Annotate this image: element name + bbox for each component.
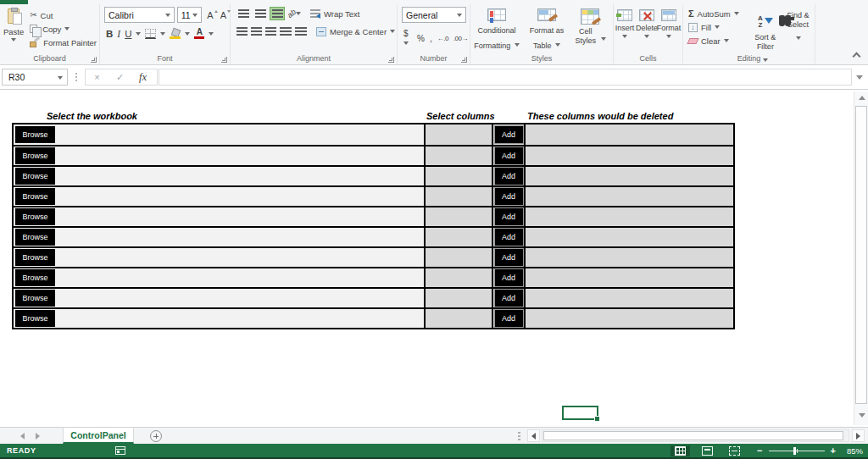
browse-button[interactable]: Browse — [15, 168, 55, 185]
formula-bar-resize-handle[interactable] — [75, 73, 77, 83]
scroll-down-button[interactable] — [855, 409, 868, 422]
number-format-select[interactable]: General — [402, 7, 466, 23]
scroll-right-button[interactable] — [852, 429, 865, 442]
add-button[interactable]: Add — [495, 208, 523, 225]
cut-button[interactable]: ✂ Cut — [27, 8, 99, 22]
next-sheet-button[interactable] — [36, 433, 40, 440]
merge-center-button[interactable]: Merge & Center — [316, 27, 395, 36]
format-cells-button[interactable]: Format — [658, 6, 680, 52]
browse-button[interactable]: Browse — [15, 229, 55, 246]
increase-decimal-button[interactable]: ←.0 — [437, 35, 448, 42]
font-dialog-launcher-icon[interactable] — [221, 57, 227, 63]
active-cell[interactable] — [562, 406, 598, 420]
add-button[interactable]: Add — [495, 229, 523, 246]
align-center-button[interactable] — [250, 25, 263, 38]
name-box-dropdown-arrow-icon[interactable] — [58, 76, 63, 80]
font-name-select[interactable]: Calibri — [104, 7, 175, 23]
tab-controlpanel[interactable]: ControlPanel — [63, 428, 134, 444]
fill-button[interactable]: ↓ Fill — [688, 22, 749, 32]
fill-color-button[interactable] — [170, 29, 181, 39]
fill-color-dropdown-arrow-icon[interactable] — [185, 32, 190, 36]
worksheet[interactable]: Select the workbook Select columns These… — [0, 91, 868, 427]
underline-dropdown-arrow-icon[interactable] — [136, 32, 141, 36]
scroll-left-button[interactable] — [527, 429, 540, 442]
add-button[interactable]: Add — [495, 269, 523, 286]
browse-button[interactable]: Browse — [15, 290, 55, 307]
previous-sheet-button[interactable] — [20, 433, 25, 440]
zoom-slider[interactable] — [769, 451, 825, 451]
browse-button[interactable]: Browse — [15, 147, 55, 164]
browse-button[interactable]: Browse — [15, 249, 55, 266]
add-button[interactable]: Add — [495, 249, 523, 266]
align-left-button[interactable] — [236, 25, 248, 38]
font-color-button[interactable]: A — [194, 28, 204, 39]
borders-dropdown-arrow-icon[interactable] — [160, 32, 165, 36]
align-top-button[interactable] — [236, 7, 251, 20]
clear-button[interactable]: Clear — [688, 36, 749, 46]
sort-filter-button[interactable]: AZ Sort & Filter — [749, 6, 782, 52]
add-button[interactable]: Add — [495, 168, 523, 185]
shrink-font-button[interactable]: A — [218, 10, 228, 20]
add-button[interactable]: Add — [495, 290, 523, 307]
zoom-slider-thumb[interactable] — [793, 447, 796, 455]
page-layout-view-button[interactable] — [698, 445, 717, 456]
grow-font-button[interactable]: A — [204, 10, 214, 20]
zoom-in-button[interactable]: + — [831, 446, 836, 456]
tab-scroll-splitter[interactable] — [518, 432, 520, 441]
accounting-format-button[interactable]: $ — [403, 29, 412, 47]
vertical-scrollbar[interactable] — [854, 91, 868, 425]
comma-style-button[interactable]: , — [430, 34, 432, 43]
zoom-out-button[interactable]: − — [757, 446, 762, 456]
percent-style-button[interactable]: % — [417, 34, 425, 43]
orientation-button[interactable]: ab — [287, 7, 302, 20]
delete-cells-button[interactable]: Delete — [636, 6, 658, 52]
add-button[interactable]: Add — [495, 188, 523, 205]
browse-button[interactable]: Browse — [15, 188, 55, 205]
collapse-ribbon-icon[interactable] — [853, 53, 861, 61]
page-break-view-button[interactable] — [725, 445, 744, 456]
format-painter-button[interactable]: Format Painter — [27, 36, 99, 49]
normal-view-button[interactable] — [670, 445, 690, 456]
horizontal-scrollbar-thumb[interactable] — [543, 431, 843, 440]
insert-cells-button[interactable]: Insert — [614, 6, 636, 52]
macro-record-icon[interactable] — [115, 446, 125, 455]
bold-button[interactable]: B — [106, 29, 113, 39]
borders-button[interactable] — [145, 29, 156, 39]
new-sheet-button[interactable] — [150, 430, 162, 442]
clipboard-dialog-launcher-icon[interactable] — [91, 57, 97, 63]
format-as-table-button[interactable]: Format as Table — [523, 6, 570, 52]
browse-button[interactable]: Browse — [15, 126, 55, 143]
autosum-button[interactable]: Σ AutoSum — [688, 8, 749, 19]
italic-button[interactable]: I — [117, 29, 120, 39]
align-bottom-button[interactable] — [270, 7, 285, 20]
decrease-decimal-button[interactable]: .00→ — [453, 35, 468, 42]
browse-button[interactable]: Browse — [15, 208, 55, 225]
alignment-dialog-launcher-icon[interactable] — [388, 57, 394, 63]
zoom-level[interactable]: 85% — [847, 446, 863, 456]
vertical-scrollbar-thumb[interactable] — [855, 106, 867, 404]
add-button[interactable]: Add — [495, 310, 523, 327]
align-middle-button[interactable] — [253, 7, 268, 20]
expand-formula-bar-icon[interactable] — [856, 75, 863, 80]
find-select-button[interactable]: Find & Select — [782, 6, 815, 52]
font-color-dropdown-arrow-icon[interactable] — [209, 32, 214, 36]
paste-button[interactable]: Paste — [0, 6, 27, 52]
enter-button[interactable]: ✓ — [108, 72, 131, 83]
copy-button[interactable]: Copy — [27, 22, 99, 36]
insert-function-button[interactable]: fx — [131, 71, 154, 84]
browse-button[interactable]: Browse — [15, 310, 55, 327]
browse-button[interactable]: Browse — [15, 269, 55, 286]
increase-indent-button[interactable] — [294, 25, 308, 38]
horizontal-scrollbar[interactable] — [542, 429, 849, 442]
font-size-select[interactable]: 11 — [177, 7, 203, 23]
conditional-formatting-button[interactable]: Conditional Formatting — [470, 6, 523, 52]
decrease-indent-button[interactable] — [279, 25, 292, 38]
number-dialog-launcher-icon[interactable] — [461, 57, 467, 63]
underline-button[interactable]: U — [125, 29, 131, 39]
align-right-button[interactable] — [264, 25, 277, 38]
scroll-up-button[interactable] — [855, 91, 868, 104]
add-button[interactable]: Add — [495, 147, 523, 164]
cell-styles-button[interactable]: Cell Styles — [570, 6, 609, 52]
formula-input[interactable] — [159, 69, 852, 86]
name-box[interactable]: R30 — [2, 69, 68, 86]
